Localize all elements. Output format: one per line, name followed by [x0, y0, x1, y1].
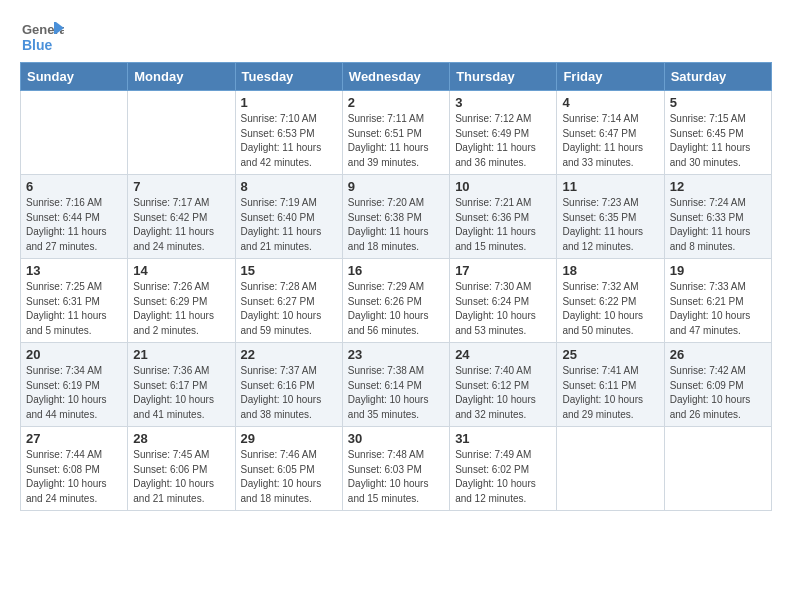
- day-info: Sunrise: 7:19 AMSunset: 6:40 PMDaylight:…: [241, 196, 337, 254]
- day-info: Sunrise: 7:32 AMSunset: 6:22 PMDaylight:…: [562, 280, 658, 338]
- calendar-cell: 23Sunrise: 7:38 AMSunset: 6:14 PMDayligh…: [342, 343, 449, 427]
- calendar-cell: 31Sunrise: 7:49 AMSunset: 6:02 PMDayligh…: [450, 427, 557, 511]
- calendar-cell: 1Sunrise: 7:10 AMSunset: 6:53 PMDaylight…: [235, 91, 342, 175]
- day-info: Sunrise: 7:36 AMSunset: 6:17 PMDaylight:…: [133, 364, 229, 422]
- day-info: Sunrise: 7:28 AMSunset: 6:27 PMDaylight:…: [241, 280, 337, 338]
- day-info: Sunrise: 7:24 AMSunset: 6:33 PMDaylight:…: [670, 196, 766, 254]
- week-row-1: 1Sunrise: 7:10 AMSunset: 6:53 PMDaylight…: [21, 91, 772, 175]
- day-info: Sunrise: 7:49 AMSunset: 6:02 PMDaylight:…: [455, 448, 551, 506]
- calendar-cell: 13Sunrise: 7:25 AMSunset: 6:31 PMDayligh…: [21, 259, 128, 343]
- day-number: 13: [26, 263, 122, 278]
- day-info: Sunrise: 7:10 AMSunset: 6:53 PMDaylight:…: [241, 112, 337, 170]
- day-info: Sunrise: 7:34 AMSunset: 6:19 PMDaylight:…: [26, 364, 122, 422]
- day-number: 6: [26, 179, 122, 194]
- day-number: 22: [241, 347, 337, 362]
- calendar-cell: 14Sunrise: 7:26 AMSunset: 6:29 PMDayligh…: [128, 259, 235, 343]
- calendar-cell: 18Sunrise: 7:32 AMSunset: 6:22 PMDayligh…: [557, 259, 664, 343]
- weekday-header-sunday: Sunday: [21, 63, 128, 91]
- day-number: 21: [133, 347, 229, 362]
- day-number: 15: [241, 263, 337, 278]
- day-info: Sunrise: 7:45 AMSunset: 6:06 PMDaylight:…: [133, 448, 229, 506]
- logo-icon: General Blue: [20, 14, 64, 58]
- day-number: 20: [26, 347, 122, 362]
- calendar-cell: 10Sunrise: 7:21 AMSunset: 6:36 PMDayligh…: [450, 175, 557, 259]
- day-info: Sunrise: 7:15 AMSunset: 6:45 PMDaylight:…: [670, 112, 766, 170]
- weekday-header-saturday: Saturday: [664, 63, 771, 91]
- calendar-cell: 5Sunrise: 7:15 AMSunset: 6:45 PMDaylight…: [664, 91, 771, 175]
- weekday-header-monday: Monday: [128, 63, 235, 91]
- day-number: 30: [348, 431, 444, 446]
- day-info: Sunrise: 7:17 AMSunset: 6:42 PMDaylight:…: [133, 196, 229, 254]
- calendar-cell: 24Sunrise: 7:40 AMSunset: 6:12 PMDayligh…: [450, 343, 557, 427]
- day-info: Sunrise: 7:38 AMSunset: 6:14 PMDaylight:…: [348, 364, 444, 422]
- calendar-cell: 28Sunrise: 7:45 AMSunset: 6:06 PMDayligh…: [128, 427, 235, 511]
- day-info: Sunrise: 7:25 AMSunset: 6:31 PMDaylight:…: [26, 280, 122, 338]
- day-info: Sunrise: 7:16 AMSunset: 6:44 PMDaylight:…: [26, 196, 122, 254]
- day-number: 27: [26, 431, 122, 446]
- day-info: Sunrise: 7:21 AMSunset: 6:36 PMDaylight:…: [455, 196, 551, 254]
- day-number: 12: [670, 179, 766, 194]
- calendar-cell: 12Sunrise: 7:24 AMSunset: 6:33 PMDayligh…: [664, 175, 771, 259]
- day-number: 9: [348, 179, 444, 194]
- day-number: 26: [670, 347, 766, 362]
- weekday-header-thursday: Thursday: [450, 63, 557, 91]
- day-number: 4: [562, 95, 658, 110]
- calendar-cell: 26Sunrise: 7:42 AMSunset: 6:09 PMDayligh…: [664, 343, 771, 427]
- calendar-cell: [21, 91, 128, 175]
- day-info: Sunrise: 7:11 AMSunset: 6:51 PMDaylight:…: [348, 112, 444, 170]
- day-number: 14: [133, 263, 229, 278]
- day-number: 31: [455, 431, 551, 446]
- day-info: Sunrise: 7:12 AMSunset: 6:49 PMDaylight:…: [455, 112, 551, 170]
- page-header: General Blue: [0, 0, 792, 62]
- calendar-table: SundayMondayTuesdayWednesdayThursdayFrid…: [20, 62, 772, 511]
- weekday-header-wednesday: Wednesday: [342, 63, 449, 91]
- calendar-cell: 22Sunrise: 7:37 AMSunset: 6:16 PMDayligh…: [235, 343, 342, 427]
- calendar-cell: 25Sunrise: 7:41 AMSunset: 6:11 PMDayligh…: [557, 343, 664, 427]
- day-info: Sunrise: 7:33 AMSunset: 6:21 PMDaylight:…: [670, 280, 766, 338]
- day-number: 19: [670, 263, 766, 278]
- day-number: 2: [348, 95, 444, 110]
- day-info: Sunrise: 7:30 AMSunset: 6:24 PMDaylight:…: [455, 280, 551, 338]
- day-number: 1: [241, 95, 337, 110]
- day-number: 8: [241, 179, 337, 194]
- day-info: Sunrise: 7:37 AMSunset: 6:16 PMDaylight:…: [241, 364, 337, 422]
- day-number: 11: [562, 179, 658, 194]
- calendar-cell: 20Sunrise: 7:34 AMSunset: 6:19 PMDayligh…: [21, 343, 128, 427]
- week-row-3: 13Sunrise: 7:25 AMSunset: 6:31 PMDayligh…: [21, 259, 772, 343]
- calendar-cell: 29Sunrise: 7:46 AMSunset: 6:05 PMDayligh…: [235, 427, 342, 511]
- day-info: Sunrise: 7:40 AMSunset: 6:12 PMDaylight:…: [455, 364, 551, 422]
- calendar-cell: 2Sunrise: 7:11 AMSunset: 6:51 PMDaylight…: [342, 91, 449, 175]
- calendar-cell: 30Sunrise: 7:48 AMSunset: 6:03 PMDayligh…: [342, 427, 449, 511]
- calendar-cell: 7Sunrise: 7:17 AMSunset: 6:42 PMDaylight…: [128, 175, 235, 259]
- day-info: Sunrise: 7:46 AMSunset: 6:05 PMDaylight:…: [241, 448, 337, 506]
- day-number: 25: [562, 347, 658, 362]
- day-number: 23: [348, 347, 444, 362]
- week-row-5: 27Sunrise: 7:44 AMSunset: 6:08 PMDayligh…: [21, 427, 772, 511]
- calendar-cell: 17Sunrise: 7:30 AMSunset: 6:24 PMDayligh…: [450, 259, 557, 343]
- calendar-cell: 19Sunrise: 7:33 AMSunset: 6:21 PMDayligh…: [664, 259, 771, 343]
- week-row-4: 20Sunrise: 7:34 AMSunset: 6:19 PMDayligh…: [21, 343, 772, 427]
- day-number: 24: [455, 347, 551, 362]
- day-info: Sunrise: 7:26 AMSunset: 6:29 PMDaylight:…: [133, 280, 229, 338]
- day-info: Sunrise: 7:29 AMSunset: 6:26 PMDaylight:…: [348, 280, 444, 338]
- calendar-cell: 15Sunrise: 7:28 AMSunset: 6:27 PMDayligh…: [235, 259, 342, 343]
- day-number: 29: [241, 431, 337, 446]
- calendar-cell: 4Sunrise: 7:14 AMSunset: 6:47 PMDaylight…: [557, 91, 664, 175]
- calendar-cell: 8Sunrise: 7:19 AMSunset: 6:40 PMDaylight…: [235, 175, 342, 259]
- calendar-cell: 3Sunrise: 7:12 AMSunset: 6:49 PMDaylight…: [450, 91, 557, 175]
- day-number: 5: [670, 95, 766, 110]
- day-info: Sunrise: 7:42 AMSunset: 6:09 PMDaylight:…: [670, 364, 766, 422]
- calendar-cell: 6Sunrise: 7:16 AMSunset: 6:44 PMDaylight…: [21, 175, 128, 259]
- day-info: Sunrise: 7:20 AMSunset: 6:38 PMDaylight:…: [348, 196, 444, 254]
- calendar-cell: 11Sunrise: 7:23 AMSunset: 6:35 PMDayligh…: [557, 175, 664, 259]
- day-info: Sunrise: 7:23 AMSunset: 6:35 PMDaylight:…: [562, 196, 658, 254]
- svg-text:Blue: Blue: [22, 37, 53, 53]
- week-row-2: 6Sunrise: 7:16 AMSunset: 6:44 PMDaylight…: [21, 175, 772, 259]
- calendar-cell: 16Sunrise: 7:29 AMSunset: 6:26 PMDayligh…: [342, 259, 449, 343]
- weekday-header-row: SundayMondayTuesdayWednesdayThursdayFrid…: [21, 63, 772, 91]
- day-number: 7: [133, 179, 229, 194]
- day-info: Sunrise: 7:48 AMSunset: 6:03 PMDaylight:…: [348, 448, 444, 506]
- calendar-cell: [557, 427, 664, 511]
- day-info: Sunrise: 7:41 AMSunset: 6:11 PMDaylight:…: [562, 364, 658, 422]
- day-number: 10: [455, 179, 551, 194]
